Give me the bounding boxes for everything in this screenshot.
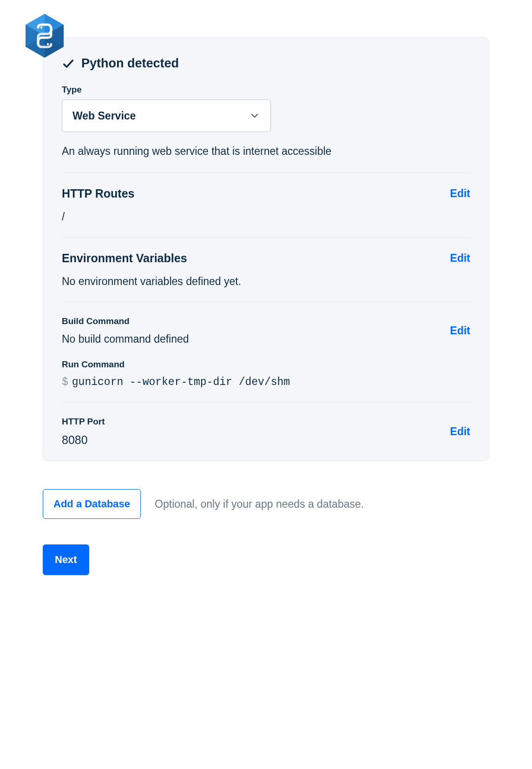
add-database-button[interactable]: Add a Database — [43, 489, 141, 519]
run-command-label: Run Command — [62, 359, 470, 370]
type-select[interactable]: Web Service — [62, 99, 271, 132]
detected-label: Python detected — [81, 56, 179, 71]
divider — [62, 402, 470, 403]
http-port-value: 8080 — [62, 433, 450, 447]
type-section: Type Web Service An always running web s… — [62, 85, 470, 159]
http-port-section: HTTP Port 8080 Edit — [62, 417, 470, 447]
detected-config-card: Python detected Type Web Service An alwa… — [43, 37, 489, 461]
divider — [62, 172, 470, 173]
http-routes-edit-link[interactable]: Edit — [450, 187, 470, 200]
chevron-down-icon — [249, 110, 260, 121]
type-select-value: Web Service — [72, 110, 136, 122]
http-port-label: HTTP Port — [62, 417, 450, 427]
http-routes-value: / — [62, 211, 470, 223]
run-command-section: Run Command $ gunicorn --worker-tmp-dir … — [62, 359, 470, 388]
divider — [62, 237, 470, 238]
type-label: Type — [62, 85, 470, 95]
env-vars-section: Environment Variables Edit No environmen… — [62, 252, 470, 288]
add-database-row: Add a Database Optional, only if your ap… — [43, 489, 489, 519]
python-hex-icon — [26, 14, 64, 58]
detected-row: Python detected — [62, 56, 470, 71]
build-command-label: Build Command — [62, 316, 450, 326]
build-command-section: Build Command No build command defined E… — [62, 316, 470, 345]
env-vars-title: Environment Variables — [62, 252, 187, 265]
checkmark-icon — [62, 57, 75, 70]
svg-point-8 — [47, 43, 49, 46]
svg-point-7 — [40, 27, 43, 29]
build-command-value: No build command defined — [62, 333, 450, 345]
env-vars-value: No environment variables defined yet. — [62, 275, 470, 288]
next-button[interactable]: Next — [43, 544, 89, 575]
run-command-value: $ gunicorn --worker-tmp-dir /dev/shm — [62, 376, 470, 388]
run-command-text: gunicorn --worker-tmp-dir /dev/shm — [72, 376, 290, 388]
env-vars-edit-link[interactable]: Edit — [450, 252, 470, 265]
type-description: An always running web service that is in… — [62, 144, 470, 159]
http-port-edit-link[interactable]: Edit — [450, 425, 470, 438]
build-command-edit-link[interactable]: Edit — [450, 325, 470, 337]
http-routes-section: HTTP Routes Edit / — [62, 187, 470, 223]
next-row: Next — [43, 544, 489, 575]
http-routes-title: HTTP Routes — [62, 187, 135, 200]
divider — [62, 302, 470, 302]
add-database-hint: Optional, only if your app needs a datab… — [155, 498, 364, 510]
run-command-prompt: $ — [62, 376, 68, 388]
